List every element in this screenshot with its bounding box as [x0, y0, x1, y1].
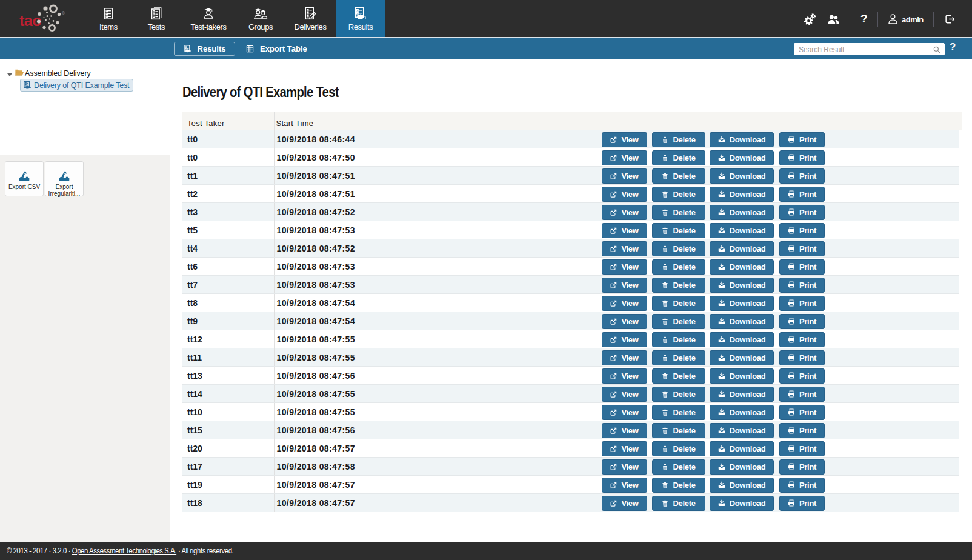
svg-text:®: ® — [62, 11, 65, 15]
